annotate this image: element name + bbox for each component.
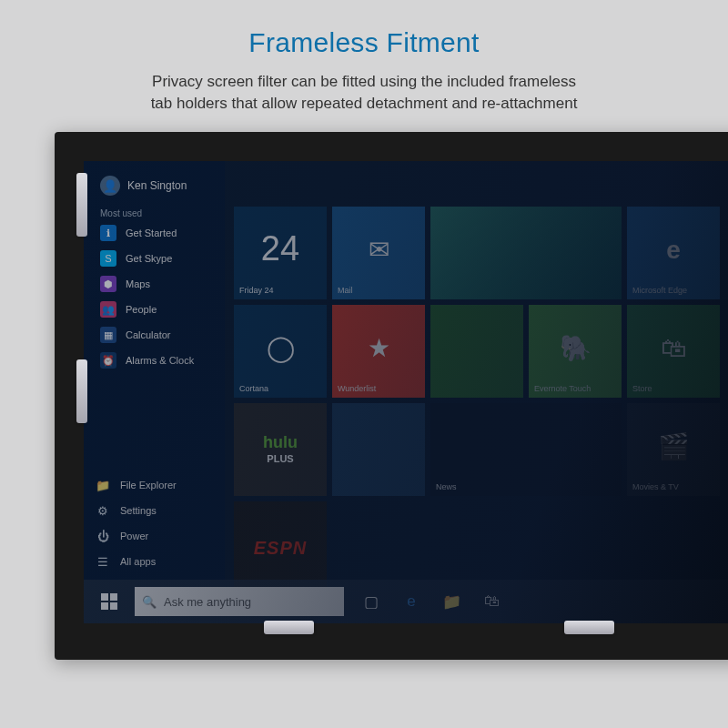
tile-evernote[interactable]: 🐘 Evernote Touch bbox=[529, 305, 622, 398]
edge-icon: e bbox=[666, 236, 681, 265]
taskbar-edge-icon[interactable]: e bbox=[393, 580, 430, 623]
sidebar-item-label: File Explorer bbox=[120, 480, 177, 490]
windows-icon bbox=[101, 593, 117, 610]
tile-mail[interactable]: ✉ Mail bbox=[332, 207, 425, 299]
tile-wunderlist[interactable]: ★ Wunderlist bbox=[332, 305, 425, 398]
sidebar-item-label: Calculator bbox=[126, 329, 171, 340]
espn-logo: ESPN bbox=[254, 538, 307, 559]
search-icon: 🔍 bbox=[142, 595, 157, 609]
sidebar-item-label: Settings bbox=[120, 505, 157, 516]
sidebar-item-label: Get Skype bbox=[126, 253, 172, 264]
tile-edge[interactable]: e Microsoft Edge bbox=[627, 207, 720, 299]
tile-calendar[interactable]: Friday 24 24 bbox=[234, 207, 327, 299]
map-icon: ⬢ bbox=[100, 276, 116, 292]
tile-extra[interactable] bbox=[332, 403, 425, 496]
tab-clip bbox=[264, 621, 314, 634]
monitor-bezel: 👤 Ken Sington Most used ℹ Get Started S … bbox=[55, 132, 728, 660]
tile-movies[interactable]: 🎬 Movies & TV bbox=[627, 403, 720, 496]
sidebar-item-label: Power bbox=[120, 531, 148, 541]
sidebar-item-settings[interactable]: ⚙ Settings bbox=[84, 498, 225, 523]
sidebar-item-all-apps[interactable]: ☰ All apps bbox=[84, 549, 225, 574]
sidebar-item-file-explorer[interactable]: 📁 File Explorer bbox=[84, 472, 225, 498]
search-input[interactable]: 🔍 Ask me anything bbox=[135, 587, 344, 616]
tile-store-tall[interactable] bbox=[430, 305, 523, 398]
sidebar-item-skype[interactable]: S Get Skype bbox=[84, 246, 225, 271]
tab-clip bbox=[76, 359, 87, 423]
star-icon: ★ bbox=[368, 333, 390, 363]
tile-label: Store bbox=[632, 384, 652, 393]
sidebar-item-label: Get Started bbox=[126, 228, 177, 238]
svg-rect-2 bbox=[101, 602, 108, 610]
taskbar-folder-icon[interactable]: 📁 bbox=[433, 580, 470, 623]
tile-label: Movies & TV bbox=[632, 482, 679, 491]
svg-rect-3 bbox=[110, 602, 117, 610]
tile-label: Microsoft Edge bbox=[632, 286, 687, 295]
task-view-button[interactable]: ▢ bbox=[353, 580, 389, 623]
tile-label: Cortana bbox=[239, 384, 268, 393]
page-subtitle: Privacy screen filter can be fitted usin… bbox=[0, 71, 728, 115]
monitor: 👤 Ken Sington Most used ℹ Get Started S … bbox=[55, 132, 728, 660]
tile-grid: Friday 24 24 ✉ Mail e Microsoft Edge ◯ C… bbox=[234, 207, 728, 580]
start-sidebar: 👤 Ken Sington Most used ℹ Get Started S … bbox=[84, 161, 225, 580]
tile-label: Mail bbox=[338, 286, 353, 295]
power-icon: ⏻ bbox=[95, 528, 111, 544]
section-label: Most used bbox=[84, 205, 225, 220]
tile-news[interactable]: News bbox=[430, 403, 622, 496]
user-row[interactable]: 👤 Ken Sington bbox=[84, 170, 225, 205]
sidebar-item-people[interactable]: 👥 People bbox=[84, 297, 225, 322]
tile-label: News bbox=[436, 482, 457, 491]
subtitle-line: tab holders that allow repeated detachme… bbox=[151, 95, 578, 112]
svg-rect-1 bbox=[110, 593, 117, 601]
tile-cortana[interactable]: ◯ Cortana bbox=[234, 305, 327, 398]
calendar-icon: 24 bbox=[261, 229, 299, 268]
clock-icon: ⏰ bbox=[100, 352, 116, 369]
calculator-icon: ▦ bbox=[100, 327, 116, 343]
sidebar-item-alarms[interactable]: ⏰ Alarms & Clock bbox=[84, 348, 225, 373]
store-icon: 🛍 bbox=[661, 333, 686, 363]
evernote-icon: 🐘 bbox=[560, 333, 592, 363]
user-name: Ken Sington bbox=[127, 179, 187, 192]
mail-icon: ✉ bbox=[369, 235, 389, 265]
tile-hulu[interactable]: huluPLUS bbox=[234, 403, 327, 496]
sidebar-bottom: 📁 File Explorer ⚙ Settings ⏻ Power ☰ All… bbox=[84, 472, 225, 580]
people-icon: 👥 bbox=[100, 301, 116, 318]
tile-label: Evernote Touch bbox=[534, 384, 591, 393]
sidebar-item-label: Maps bbox=[126, 278, 150, 289]
sidebar-item-power[interactable]: ⏻ Power bbox=[84, 523, 225, 549]
gear-icon: ⚙ bbox=[95, 502, 111, 519]
taskbar-icons: ▢ e 📁 🛍 bbox=[353, 580, 510, 623]
taskbar-store-icon[interactable]: 🛍 bbox=[473, 580, 510, 623]
cortana-icon: ◯ bbox=[267, 333, 295, 363]
sidebar-item-get-started[interactable]: ℹ Get Started bbox=[84, 220, 225, 246]
svg-rect-0 bbox=[101, 593, 108, 601]
skype-icon: S bbox=[100, 250, 116, 267]
film-icon: 🎬 bbox=[658, 431, 690, 461]
sidebar-item-label: Alarms & Clock bbox=[126, 355, 194, 366]
sidebar-item-label: People bbox=[126, 304, 157, 315]
info-icon: ℹ bbox=[100, 225, 116, 241]
sidebar-item-label: All apps bbox=[120, 556, 156, 567]
subtitle-line: Privacy screen filter can be fitted usin… bbox=[152, 73, 576, 90]
sidebar-item-maps[interactable]: ⬢ Maps bbox=[84, 271, 225, 297]
taskbar: 🔍 Ask me anything ▢ e 📁 🛍 bbox=[84, 580, 728, 623]
tile-store[interactable]: 🛍 Store bbox=[627, 305, 720, 398]
page-title: Frameless Fitment bbox=[0, 27, 728, 58]
tab-clip bbox=[564, 621, 614, 634]
screen: 👤 Ken Sington Most used ℹ Get Started S … bbox=[84, 161, 728, 623]
tab-clip bbox=[76, 173, 87, 237]
hulu-logo: huluPLUS bbox=[263, 435, 298, 464]
search-placeholder: Ask me anything bbox=[164, 595, 251, 609]
avatar-icon: 👤 bbox=[100, 176, 120, 196]
sidebar-item-calculator[interactable]: ▦ Calculator bbox=[84, 322, 225, 348]
menu-icon: ☰ bbox=[95, 553, 111, 570]
tile-photos[interactable] bbox=[430, 207, 622, 299]
start-button[interactable] bbox=[89, 580, 129, 623]
tile-label: Wunderlist bbox=[338, 384, 376, 393]
folder-icon: 📁 bbox=[95, 477, 111, 493]
tile-label: Friday 24 bbox=[239, 286, 274, 295]
